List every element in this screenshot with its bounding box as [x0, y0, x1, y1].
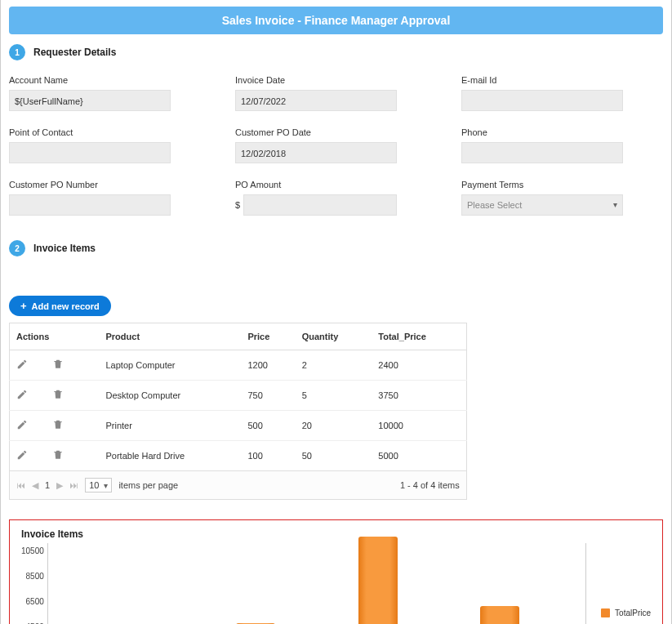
chart-bar — [358, 537, 398, 625]
delete-icon[interactable] — [52, 359, 64, 372]
pager-size-select[interactable]: 10 ▾ — [85, 478, 112, 493]
label-cust-po-num: Customer PO Number — [9, 180, 211, 189]
page-banner: Sales Invoice - Finance Manager Approval — [9, 7, 663, 34]
field-po-amount: PO Amount $ — [235, 180, 437, 216]
pager-size-value: 10 — [89, 480, 99, 490]
field-invoice-date: Invoice Date 12/07/2022 — [235, 75, 437, 111]
chart-title: Invoice Items — [21, 528, 651, 540]
pager-page: 1 — [45, 480, 50, 490]
pager-first-icon[interactable]: ⏮ — [16, 480, 25, 490]
input-cust-po-date[interactable]: 12/02/2018 — [235, 142, 397, 163]
label-poc: Point of Contact — [9, 127, 211, 137]
cell-total: 5000 — [372, 441, 466, 471]
plus-icon: + — [20, 301, 27, 311]
y-tick: 8500 — [21, 572, 44, 581]
cell-price: 500 — [241, 411, 295, 441]
label-cust-po-date: Customer PO Date — [235, 127, 437, 137]
input-phone[interactable] — [461, 142, 623, 163]
field-account-name: Account Name ${UserFullName} — [9, 75, 211, 111]
select-pay-terms-placeholder: Please Select — [467, 194, 522, 216]
chevron-down-icon: ▾ — [104, 481, 108, 490]
label-phone: Phone — [461, 127, 663, 137]
table-row: Desktop Computer75053750 — [10, 381, 467, 411]
pager-next-icon[interactable]: ▶ — [56, 480, 63, 491]
y-tick: 10500 — [21, 546, 44, 555]
input-cust-po-num[interactable] — [9, 194, 171, 216]
legend-label: TotalPrice — [615, 608, 651, 617]
step-header-requester: 1 Requester Details — [9, 44, 663, 60]
table-row: Laptop Computer120022400 — [10, 350, 467, 381]
cell-total: 2400 — [372, 350, 466, 381]
col-total: Total_Price — [372, 323, 466, 350]
cell-quantity: 20 — [296, 411, 372, 441]
pager-prev-icon[interactable]: ◀ — [32, 480, 38, 491]
label-email: E-mail Id — [461, 75, 663, 85]
delete-icon[interactable] — [52, 449, 64, 462]
cell-total: 3750 — [372, 381, 466, 411]
step-badge-2: 2 — [9, 240, 25, 256]
chart-legend: TotalPrice — [594, 543, 651, 624]
chart-plot-area — [47, 543, 586, 624]
col-actions: Actions — [10, 323, 100, 350]
pager-per-page-label: items per page — [118, 480, 178, 490]
cell-quantity: 5 — [296, 381, 372, 411]
cell-product: Laptop Computer — [100, 350, 242, 381]
legend-swatch-icon — [601, 608, 610, 617]
label-pay-terms: Payment Terms — [461, 180, 663, 189]
chart-y-axis: 105008500650045002500500 — [21, 543, 47, 624]
step-header-items: 2 Invoice Items — [9, 240, 663, 256]
cell-price: 100 — [241, 441, 295, 471]
label-account-name: Account Name — [9, 75, 211, 85]
input-po-amount[interactable] — [243, 194, 396, 216]
field-cust-po-date: Customer PO Date 12/02/2018 — [235, 127, 437, 163]
select-pay-terms[interactable]: Please Select ▾ — [461, 194, 623, 216]
step-badge-1: 1 — [9, 44, 25, 60]
col-product: Product — [100, 323, 242, 350]
label-po-amount: PO Amount — [235, 180, 437, 189]
input-invoice-date[interactable]: 12/07/2022 — [235, 90, 397, 111]
col-price: Price — [241, 323, 295, 350]
table-row: Portable Hard Drive100505000 — [10, 441, 467, 471]
edit-icon[interactable] — [16, 389, 28, 402]
add-record-button[interactable]: + Add new record — [9, 296, 111, 316]
y-tick: 6500 — [21, 597, 44, 606]
table-row: Printer5002010000 — [10, 411, 467, 441]
cell-price: 1200 — [241, 350, 295, 381]
input-account-name[interactable]: ${UserFullName} — [9, 90, 171, 111]
invoice-items-table: Actions Product Price Quantity Total_Pri… — [9, 323, 467, 471]
field-pay-terms: Payment Terms Please Select ▾ — [461, 180, 663, 216]
col-quantity: Quantity — [296, 323, 372, 350]
delete-icon[interactable] — [52, 419, 64, 432]
pager: ⏮ ◀ 1 ▶ ⏭ 10 ▾ items per page 1 - 4 of 4… — [9, 471, 467, 500]
label-invoice-date: Invoice Date — [235, 75, 437, 85]
field-cust-po-num: Customer PO Number — [9, 180, 211, 216]
input-poc[interactable] — [9, 142, 171, 163]
chevron-down-icon: ▾ — [613, 194, 617, 216]
chart-box: Invoice Items 105008500650045002500500 L… — [9, 519, 663, 624]
field-phone: Phone — [461, 127, 663, 163]
pager-last-icon[interactable]: ⏭ — [69, 480, 78, 490]
cell-price: 750 — [241, 381, 295, 411]
chart-bar — [480, 606, 519, 625]
edit-icon[interactable] — [16, 419, 28, 432]
cell-product: Portable Hard Drive — [100, 441, 242, 471]
step-title-requester: Requester Details — [33, 47, 116, 58]
input-email[interactable] — [461, 90, 623, 111]
delete-icon[interactable] — [52, 389, 64, 402]
field-poc: Point of Contact — [9, 127, 211, 163]
cell-product: Printer — [100, 411, 242, 441]
step-title-items: Invoice Items — [33, 243, 96, 254]
pager-range: 1 - 4 of 4 items — [400, 480, 460, 490]
field-email: E-mail Id — [461, 75, 663, 111]
add-record-label: Add new record — [32, 301, 100, 311]
edit-icon[interactable] — [16, 359, 28, 372]
cell-quantity: 2 — [296, 350, 372, 381]
cell-product: Desktop Computer — [100, 381, 242, 411]
cell-quantity: 50 — [296, 441, 372, 471]
currency-symbol: $ — [235, 200, 240, 210]
edit-icon[interactable] — [16, 449, 28, 462]
cell-total: 10000 — [372, 411, 466, 441]
